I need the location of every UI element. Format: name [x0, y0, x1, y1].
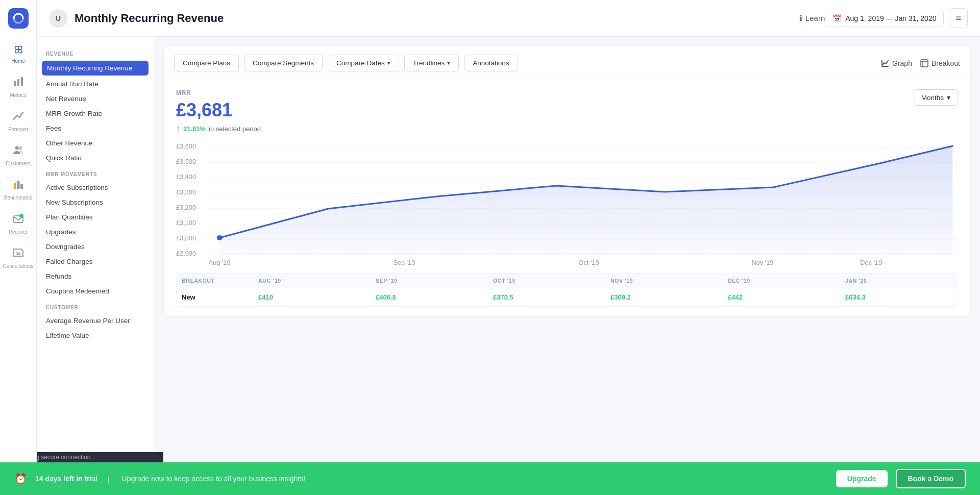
svg-text:Sep '19: Sep '19 — [393, 259, 415, 266]
sidebar-item-home[interactable]: ⊞ Home — [3, 39, 34, 68]
metric-value: £3,681 — [176, 100, 958, 121]
nav-link-upgrades[interactable]: Upgrades — [37, 225, 154, 239]
row-nov: £369.2 — [605, 288, 723, 306]
nav-link-quick[interactable]: Quick Ratio — [37, 151, 154, 165]
row-oct: £370.5 — [488, 288, 605, 306]
nav-link-mrr[interactable]: Monthly Recurring Revenue — [42, 61, 149, 76]
nav-link-downgrades[interactable]: Downgrades — [37, 239, 154, 254]
breakout-view-button[interactable]: Breakout — [920, 59, 960, 67]
svg-text:Oct '19: Oct '19 — [579, 259, 599, 266]
nav-link-other[interactable]: Other Revenue — [37, 136, 154, 151]
learn-button[interactable]: ℹ Learn — [799, 13, 825, 23]
nav-link-arpu[interactable]: Average Revenue Per User — [37, 313, 154, 328]
below-header: REVENUE Monthly Recurring Revenue Annual… — [37, 37, 980, 495]
compare-segments-button[interactable]: Compare Segments — [244, 55, 323, 71]
breakout-col-oct: OCT '19 — [488, 274, 605, 288]
recover-icon — [13, 213, 24, 227]
nav-link-arr[interactable]: Annual Run Rate — [37, 77, 154, 91]
svg-text:Nov '19: Nov '19 — [752, 259, 774, 266]
nav-link-ltv[interactable]: Lifetime Value — [37, 328, 154, 343]
app-logo[interactable] — [8, 8, 29, 29]
nav-link-growth[interactable]: MRR Growth Rate — [37, 106, 154, 121]
svg-text:Dec '19: Dec '19 — [860, 259, 882, 266]
sidebar-item-forecast[interactable]: Forecast — [3, 106, 34, 136]
cancellations-icon — [13, 247, 24, 261]
trial-message: Upgrade now to keep access to all your b… — [122, 475, 306, 483]
up-arrow-icon: ↑ — [176, 124, 180, 133]
svg-text:£3,000: £3,000 — [176, 235, 196, 242]
page-title: Monthly Recurring Revenue — [75, 12, 799, 25]
nav-link-net[interactable]: Net Revenue — [37, 91, 154, 106]
svg-rect-1 — [17, 79, 19, 86]
change-text: in selected period — [209, 125, 261, 133]
graph-icon — [881, 59, 889, 67]
row-jan: £634.3 — [840, 288, 958, 306]
upgrade-button[interactable]: Upgrade — [836, 470, 888, 487]
breakout-header: BREAKOUT AUG '19 SEP '19 OCT '19 NOV '19… — [177, 274, 958, 288]
chart-card: Compare Plans Compare Segments Compare D… — [163, 46, 971, 317]
main-content: Compare Plans Compare Segments Compare D… — [154, 37, 980, 495]
compare-dates-button[interactable]: Compare Dates — [328, 55, 399, 71]
toolbar-row: Compare Plans Compare Segments Compare D… — [164, 46, 970, 80]
trendlines-button[interactable]: Trendlines — [404, 55, 459, 71]
metric-change: ↑ 21.81% in selected period — [176, 124, 958, 133]
breakout-table: BREAKOUT AUG '19 SEP '19 OCT '19 NOV '19… — [176, 273, 958, 307]
svg-marker-32 — [219, 146, 952, 255]
movements-section-title: MRR MOVEMENTS — [37, 165, 154, 180]
nav-link-fees[interactable]: Fees — [37, 121, 154, 136]
svg-point-33 — [217, 235, 223, 240]
trial-days-text: 14 days left in trial — [35, 475, 97, 483]
view-toggle: Graph Breakout — [881, 59, 960, 67]
nav-link-coupons[interactable]: Coupons Redeemed — [37, 284, 154, 299]
row-label-new: New — [177, 288, 253, 306]
row-sep: £406.8 — [371, 288, 488, 306]
nav-link-new-subs[interactable]: New Subscriptions — [37, 195, 154, 210]
row-aug: £410 — [253, 288, 371, 306]
svg-text:Aug '19: Aug '19 — [209, 259, 231, 266]
sidebar-item-benchmarks[interactable]: Benchmarks — [3, 175, 34, 205]
sidebar-item-cancellations[interactable]: Cancellations — [3, 243, 34, 273]
customer-section-title: CUSTOMER — [37, 299, 154, 313]
graph-view-button[interactable]: Graph — [881, 59, 912, 67]
breakout-col-label: BREAKOUT — [177, 274, 253, 288]
content-wrapper: U Monthly Recurring Revenue ℹ Learn 📅 Au… — [37, 0, 980, 495]
chevron-down-icon: ▾ — [947, 93, 950, 102]
revenue-section-title: REVENUE — [37, 45, 154, 60]
calendar-icon: 📅 — [832, 14, 841, 22]
breakout-col-dec: DEC '19 — [723, 274, 840, 288]
nav-link-failed[interactable]: Failed Charges — [37, 254, 154, 269]
svg-point-4 — [18, 146, 22, 150]
nav-link-active[interactable]: Active Subscriptions — [37, 180, 154, 195]
sidebar-item-customers[interactable]: Customers — [3, 140, 34, 170]
nav-link-plan-qty[interactable]: Plan Quantities — [37, 210, 154, 225]
breakout-icon — [920, 59, 928, 67]
svg-text:£3,200: £3,200 — [176, 204, 196, 211]
forecast-icon — [13, 110, 24, 125]
svg-text:£3,100: £3,100 — [176, 219, 196, 227]
svg-rect-2 — [21, 77, 23, 86]
svg-rect-0 — [14, 81, 16, 86]
book-demo-button[interactable]: Book a Demo — [896, 469, 966, 488]
row-dec: £442 — [723, 288, 840, 306]
annotations-button[interactable]: Annotations — [464, 55, 518, 71]
date-range-button[interactable]: 📅 Aug 1, 2019 — Jan 31, 2020 — [825, 10, 944, 27]
chart-area: £3,600 £3,500 £3,400 £3,300 £3,200 £3,10… — [164, 138, 970, 273]
nav-link-refunds[interactable]: Refunds — [37, 269, 154, 284]
customers-icon — [13, 144, 24, 159]
left-nav: REVENUE Monthly Recurring Revenue Annual… — [37, 37, 154, 495]
compare-plans-button[interactable]: Compare Plans — [174, 55, 239, 71]
avatar: U — [49, 9, 67, 28]
table-row: New £410 £406.8 £370.5 £369.2 £442 £634.… — [177, 288, 958, 307]
menu-button[interactable]: ≡ — [949, 8, 968, 28]
info-icon: ℹ — [799, 13, 802, 23]
months-dropdown[interactable]: Months ▾ — [914, 89, 958, 106]
sidebar-item-recover[interactable]: Recover — [3, 209, 34, 239]
top-header: U Monthly Recurring Revenue ℹ Learn 📅 Au… — [37, 0, 980, 37]
benchmarks-icon — [13, 179, 24, 193]
svg-text:£2,900: £2,900 — [176, 250, 196, 257]
sidebar-item-metrics[interactable]: Metrics — [3, 72, 34, 102]
breakout-col-sep: SEP '19 — [371, 274, 488, 288]
metric-area: MRR £3,681 ↑ 21.81% in selected period M… — [164, 80, 970, 138]
svg-rect-5 — [14, 183, 16, 189]
svg-text:£3,400: £3,400 — [176, 174, 196, 181]
